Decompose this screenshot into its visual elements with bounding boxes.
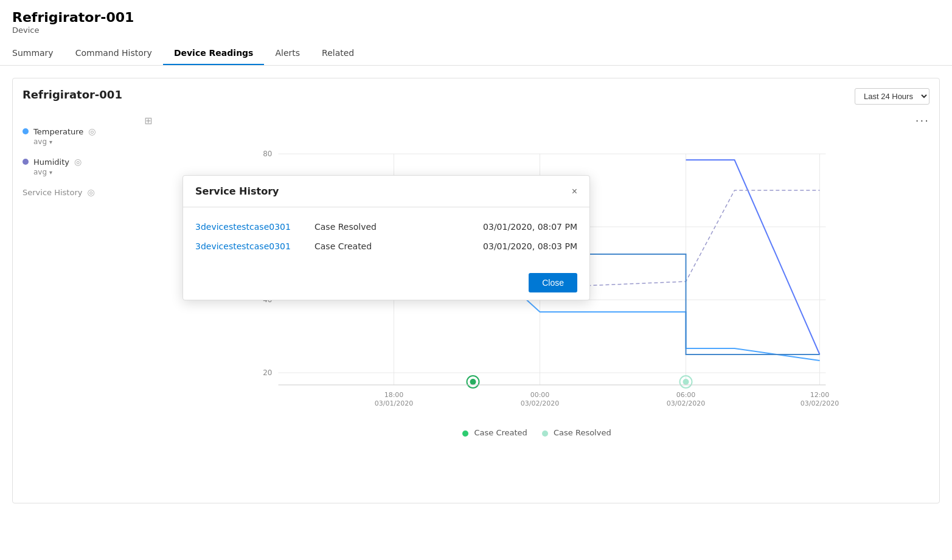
time-range-select[interactable]: Last 24 Hours Last 7 Days Last 30 Days <box>855 88 929 105</box>
modal-row-1: 3devicestestcase0301 Case Created 03/01/… <box>195 237 577 256</box>
svg-text:03/01/2020: 03/01/2020 <box>375 399 413 407</box>
svg-text:12:00: 12:00 <box>810 391 830 399</box>
chart-top-row: ⊞ ··· <box>144 114 929 127</box>
svg-text:03/02/2020: 03/02/2020 <box>667 399 705 407</box>
svg-text:03/02/2020: 03/02/2020 <box>801 399 839 407</box>
temperature-chevron-icon: ▾ <box>49 139 52 145</box>
svg-point-13 <box>470 379 476 385</box>
temperature-dot <box>23 128 29 134</box>
humidity-legend: Humidity ◎ avg ▾ <box>23 157 144 176</box>
modal-row-0: 3devicestestcase0301 Case Resolved 03/01… <box>195 217 577 237</box>
legend-panel: Temperature ◎ avg ▾ Humidity ◎ <box>23 114 144 455</box>
temperature-eye-icon[interactable]: ◎ <box>88 126 96 136</box>
svg-text:00:00: 00:00 <box>530 391 550 399</box>
modal-body: 3devicestestcase0301 Case Resolved 03/01… <box>183 207 589 266</box>
service-history-label: Service History <box>23 188 82 197</box>
case-created-dot <box>462 430 468 437</box>
case-resolved-dot <box>542 430 548 437</box>
chart-bottom-legend: Case Created Case Resolved <box>144 428 929 437</box>
modal-header: Service History × <box>183 176 589 207</box>
tab-bar: Summary Command History Device Readings … <box>12 42 940 65</box>
svg-text:18:00: 18:00 <box>384 391 404 399</box>
modal-link-0[interactable]: 3devicestestcase0301 <box>195 222 305 232</box>
modal-title: Service History <box>195 185 279 197</box>
temperature-label: Temperature <box>33 127 83 136</box>
modal-timestamp-0: 03/01/2020, 08:07 PM <box>456 222 577 232</box>
tab-command-history[interactable]: Command History <box>64 42 163 65</box>
chart-title: Refrigirator-001 <box>23 88 122 101</box>
modal-close-footer-button[interactable]: Close <box>529 273 577 292</box>
layers-icon: ⊞ <box>144 115 152 126</box>
service-history-eye-icon[interactable]: ◎ <box>87 187 94 197</box>
temperature-sub-label: avg <box>33 137 47 146</box>
service-history-legend: Service History ◎ <box>23 187 144 197</box>
modal-status-0: Case Resolved <box>314 222 446 232</box>
svg-point-15 <box>683 379 689 385</box>
tab-related[interactable]: Related <box>311 42 365 65</box>
tab-summary[interactable]: Summary <box>12 42 64 65</box>
modal-close-button[interactable]: × <box>572 187 577 196</box>
tab-device-readings[interactable]: Device Readings <box>163 42 265 65</box>
svg-text:20: 20 <box>263 368 272 377</box>
humidity-dot <box>23 159 29 165</box>
main-content: Refrigirator-001 Last 24 Hours Last 7 Da… <box>0 66 952 560</box>
temperature-legend: Temperature ◎ avg ▾ <box>23 126 144 146</box>
svg-text:03/02/2020: 03/02/2020 <box>521 399 559 407</box>
chart-header: Refrigirator-001 Last 24 Hours Last 7 Da… <box>23 88 929 105</box>
service-history-modal: Service History × 3devicestestcase0301 C… <box>182 175 590 300</box>
case-resolved-legend: Case Resolved <box>542 428 611 437</box>
modal-link-1[interactable]: 3devicestestcase0301 <box>195 241 305 251</box>
more-options-icon[interactable]: ··· <box>916 114 929 127</box>
modal-footer: Close <box>183 266 589 300</box>
humidity-sub-label: avg <box>33 168 47 176</box>
humidity-chevron-icon: ▾ <box>49 169 52 176</box>
page-container: Refrigirator-001 Device Summary Command … <box>0 0 952 560</box>
svg-text:80: 80 <box>263 150 272 158</box>
device-subtitle: Device <box>12 26 940 35</box>
svg-text:06:00: 06:00 <box>676 391 696 399</box>
humidity-eye-icon[interactable]: ◎ <box>74 157 82 167</box>
humidity-label: Humidity <box>33 157 69 167</box>
device-title: Refrigirator-001 <box>12 10 940 26</box>
page-header: Refrigirator-001 Device Summary Command … <box>0 0 952 66</box>
case-created-legend: Case Created <box>462 428 527 437</box>
tab-alerts[interactable]: Alerts <box>264 42 311 65</box>
modal-timestamp-1: 03/01/2020, 08:03 PM <box>456 241 577 251</box>
modal-status-1: Case Created <box>314 241 446 251</box>
